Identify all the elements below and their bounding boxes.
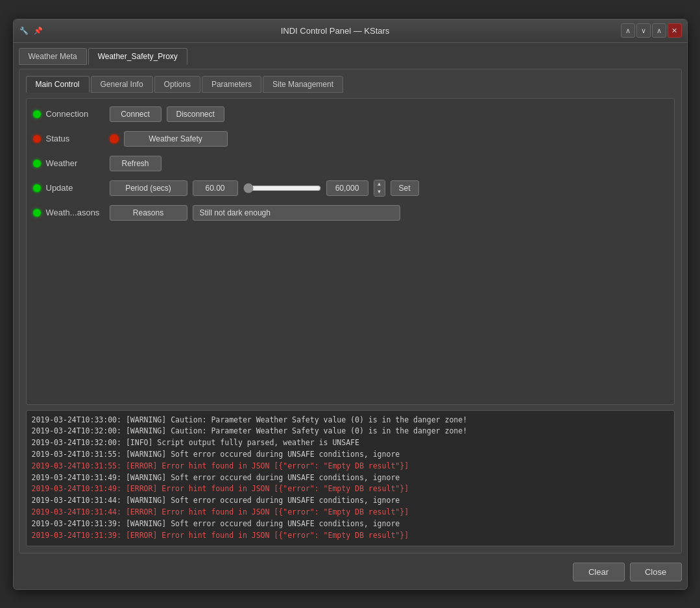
update-label: Update — [46, 183, 104, 193]
titlebar-controls: ∧ ∨ ∧ ✕ — [621, 23, 682, 38]
spinbox-up-btn[interactable]: ▲ — [374, 180, 385, 188]
disconnect-button[interactable]: Disconnect — [167, 106, 224, 122]
slider-container — [243, 183, 321, 193]
main-panel: Main Control General Info Options Parame… — [19, 69, 682, 553]
tab-weather-meta[interactable]: Weather Meta — [19, 48, 87, 65]
connection-label: Connection — [46, 109, 104, 119]
window-title: INDI Control Panel — KStars — [50, 26, 621, 36]
log-line: 2019-03-24T10:32:00: [INFO] Script outpu… — [32, 437, 669, 449]
status-value: Weather Safety — [124, 131, 228, 147]
update-row: Update Period (secs) 60.00 60,000 ▲ ▼ Se… — [33, 179, 668, 197]
sub-tab-main-control[interactable]: Main Control — [26, 76, 90, 93]
status-row: Status Weather Safety — [33, 130, 668, 148]
titlebar-close-btn[interactable]: ✕ — [668, 23, 682, 38]
period-slider[interactable] — [243, 183, 321, 193]
spinbox-down-btn[interactable]: ▼ — [374, 188, 385, 196]
reasons-indicator — [33, 209, 41, 217]
log-line: 2019-03-24T10:31:49: [ERROR] Error hint … — [32, 483, 669, 495]
period-label: Period (secs) — [110, 180, 187, 196]
log-line: 2019-03-24T10:31:44: [WARNING] Soft erro… — [32, 495, 669, 507]
log-line: 2019-03-24T10:31:49: [WARNING] Soft erro… — [32, 472, 669, 484]
content-area: Weather Meta Weather_Safety_Proxy Main C… — [14, 43, 687, 589]
weather-row: Weather Refresh — [33, 154, 668, 173]
connection-indicator — [33, 110, 41, 118]
weather-label: Weather — [46, 158, 104, 168]
titlebar-icon-pin[interactable]: 📌 — [33, 25, 43, 36]
close-button[interactable]: Close — [630, 563, 682, 581]
sub-tab-general-info[interactable]: General Info — [91, 76, 153, 93]
tab-weather-safety-proxy[interactable]: Weather_Safety_Proxy — [88, 48, 187, 65]
connect-button[interactable]: Connect — [110, 106, 162, 122]
log-line: 2019-03-24T10:31:55: [ERROR] Error hint … — [32, 461, 669, 472]
refresh-button[interactable]: Refresh — [110, 156, 162, 171]
reasons-label: Reasons — [110, 205, 187, 221]
log-area: 2019-03-24T10:33:00: [WARNING] Caution: … — [26, 410, 675, 546]
log-line: 2019-03-24T10:31:39: [WARNING] Soft erro… — [32, 518, 669, 530]
sub-tab-site-management[interactable]: Site Management — [263, 76, 343, 93]
sub-tab-options[interactable]: Options — [154, 76, 200, 93]
period-value[interactable]: 60.00 — [193, 180, 238, 196]
log-line: 2019-03-24T10:32:00: [WARNING] Caution: … — [32, 426, 669, 437]
sub-tab-parameters[interactable]: Parameters — [202, 76, 261, 93]
connection-row: Connection Connect Disconnect — [33, 105, 668, 123]
status-label: Status — [46, 134, 104, 143]
titlebar-down-btn[interactable]: ∨ — [636, 23, 651, 38]
set-button[interactable]: Set — [391, 180, 419, 196]
control-area: Connection Connect Disconnect Status Wea… — [26, 98, 675, 405]
update-indicator — [33, 184, 41, 192]
titlebar-icons: 🔧 📌 — [19, 25, 43, 36]
bottom-bar: Clear Close — [19, 560, 682, 584]
log-line: 2019-03-24T10:31:39: [ERROR] Error hint … — [32, 530, 669, 542]
titlebar-icon-wrench[interactable]: 🔧 — [19, 25, 29, 36]
reasons-row-label: Weath...asons — [46, 208, 104, 217]
main-window: 🔧 📌 INDI Control Panel — KStars ∧ ∨ ∧ ✕ … — [13, 19, 688, 590]
titlebar-up2-btn[interactable]: ∧ — [652, 23, 666, 38]
log-line: 2019-03-24T10:33:00: [WARNING] Caution: … — [32, 415, 669, 426]
log-line: 2019-03-24T10:31:44: [ERROR] Error hint … — [32, 507, 669, 518]
reasons-row: Weath...asons Reasons Still not dark eno… — [33, 204, 668, 222]
status-indicator — [33, 135, 41, 143]
period-spinbox: ▲ ▼ — [374, 180, 385, 197]
clear-button[interactable]: Clear — [573, 563, 625, 581]
status-value-indicator — [110, 134, 119, 143]
sub-tab-bar: Main Control General Info Options Parame… — [26, 76, 675, 93]
log-line: 2019-03-24T10:31:55: [WARNING] Soft erro… — [32, 449, 669, 461]
titlebar-up-btn[interactable]: ∧ — [621, 23, 635, 38]
outer-tab-bar: Weather Meta Weather_Safety_Proxy — [19, 48, 682, 65]
reasons-value: Still not dark enough — [193, 205, 400, 221]
period-max-value: 60,000 — [326, 180, 368, 196]
titlebar: 🔧 📌 INDI Control Panel — KStars ∧ ∨ ∧ ✕ — [14, 19, 687, 43]
weather-indicator — [33, 160, 41, 167]
